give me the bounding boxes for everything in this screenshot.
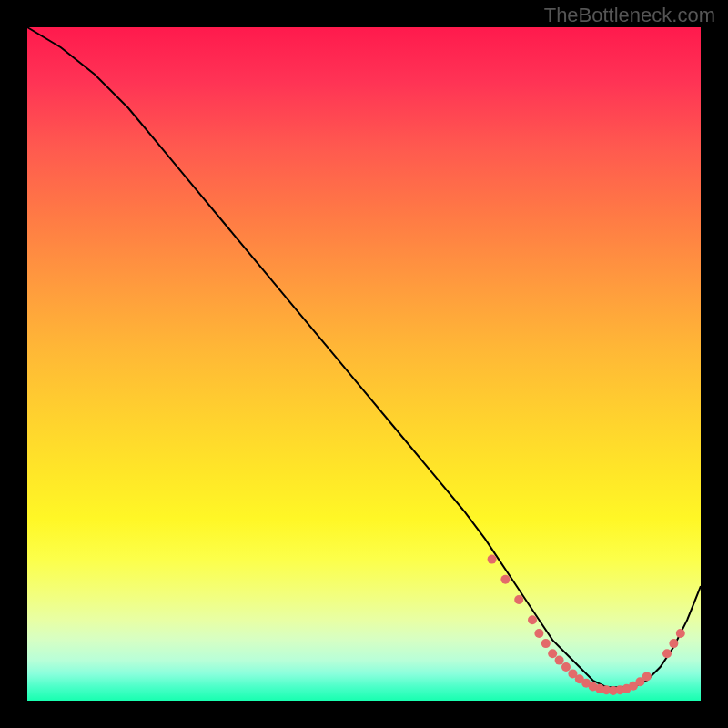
curve-marker	[555, 656, 564, 665]
chart-plot-area	[27, 27, 701, 701]
bottleneck-curve-line	[27, 27, 701, 687]
watermark-text: TheBottleneck.com	[544, 4, 715, 27]
curve-marker	[669, 639, 678, 648]
curve-marker	[548, 649, 557, 658]
curve-marker	[500, 575, 510, 584]
curve-marker	[676, 629, 685, 638]
curve-marker	[541, 639, 551, 648]
curve-marker	[488, 555, 497, 564]
curve-marker	[514, 595, 523, 604]
curve-marker	[534, 629, 543, 638]
curve-marker	[561, 662, 571, 672]
curve-marker	[642, 672, 652, 681]
chart-svg	[27, 27, 701, 701]
curve-marker	[528, 615, 537, 624]
curve-marker	[662, 649, 672, 658]
